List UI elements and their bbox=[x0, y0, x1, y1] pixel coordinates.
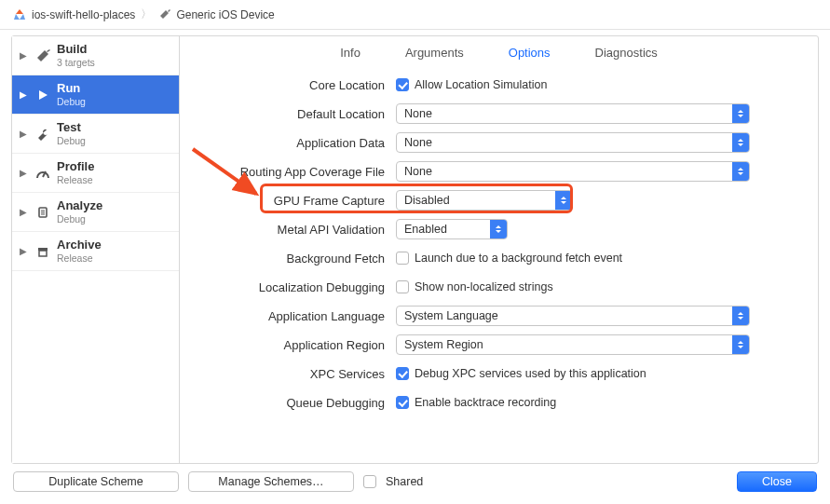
analyze-icon bbox=[34, 205, 51, 220]
chevron-right-icon: 〉 bbox=[141, 7, 152, 22]
sidebar-item-label: Archive bbox=[57, 238, 102, 252]
breadcrumb: ios-swift-hello-places 〉 Generic iOS Dev… bbox=[0, 0, 830, 30]
select-default-location[interactable]: None bbox=[396, 103, 750, 124]
options-panel: Info Arguments Options Diagnostics Core … bbox=[180, 36, 818, 463]
tab-options[interactable]: Options bbox=[509, 44, 551, 61]
sidebar-item-run[interactable]: ▶ Run Debug bbox=[12, 75, 179, 115]
sidebar-item-profile[interactable]: ▶ Profile Release bbox=[12, 154, 179, 193]
select-routing-file[interactable]: None bbox=[396, 161, 750, 182]
select-arrows-icon bbox=[555, 191, 572, 210]
svg-rect-2 bbox=[39, 251, 47, 256]
label-application-data: Application Data bbox=[200, 136, 396, 150]
select-application-data[interactable]: None bbox=[396, 132, 750, 153]
checkbox-label: Launch due to a background fetch event bbox=[415, 252, 622, 265]
label-core-location: Core Location bbox=[200, 78, 396, 92]
sidebar-item-sub: 3 targets bbox=[57, 57, 95, 68]
sidebar-item-test[interactable]: ▶ Test Debug bbox=[12, 115, 179, 154]
sidebar-item-sub: Release bbox=[57, 252, 102, 264]
play-icon bbox=[34, 88, 51, 102]
label-queue-debugging: Queue Debugging bbox=[200, 396, 396, 410]
select-value: System Language bbox=[404, 309, 498, 322]
sidebar-item-label: Profile bbox=[57, 160, 94, 174]
tab-diagnostics[interactable]: Diagnostics bbox=[595, 44, 658, 61]
wrench-icon bbox=[34, 127, 51, 142]
label-xpc-services: XPC Services bbox=[200, 367, 396, 381]
sidebar-item-sub: Release bbox=[57, 174, 94, 185]
breadcrumb-project[interactable]: ios-swift-hello-places bbox=[32, 8, 135, 21]
sidebar-item-build[interactable]: ▶ Build 3 targets bbox=[12, 36, 179, 75]
checkbox-localization-debugging[interactable] bbox=[396, 280, 409, 293]
hammer-icon bbox=[34, 48, 51, 63]
label-routing: Routing App Coverage File bbox=[200, 165, 396, 179]
tabs: Info Arguments Options Diagnostics bbox=[200, 44, 797, 61]
sidebar-item-label: Run bbox=[57, 82, 86, 96]
sidebar-item-analyze[interactable]: ▶ Analyze Debug bbox=[12, 193, 179, 232]
select-value: None bbox=[404, 107, 432, 120]
sidebar-item-label: Test bbox=[57, 121, 86, 135]
select-metal-validation[interactable]: Enabled bbox=[396, 219, 508, 239]
duplicate-scheme-button[interactable]: Duplicate Scheme bbox=[13, 471, 179, 492]
label-application-region: Application Region bbox=[200, 338, 396, 352]
sidebar-item-sub: Debug bbox=[57, 135, 86, 146]
select-value: None bbox=[404, 136, 432, 149]
checkbox-label: Shared bbox=[386, 475, 423, 488]
select-arrows-icon bbox=[732, 306, 749, 325]
checkbox-label: Debug XPC services used by this applicat… bbox=[415, 367, 646, 380]
sidebar-item-sub: Debug bbox=[57, 213, 102, 225]
select-arrows-icon bbox=[732, 162, 749, 181]
scheme-sidebar: ▶ Build 3 targets ▶ Run Debug ▶ Test Deb… bbox=[12, 36, 180, 463]
select-arrows-icon bbox=[490, 220, 507, 238]
manage-schemes-button[interactable]: Manage Schemes… bbox=[188, 471, 354, 492]
gauge-icon bbox=[34, 166, 51, 181]
dialog-footer: Duplicate Scheme Manage Schemes… Shared … bbox=[0, 464, 830, 499]
select-arrows-icon bbox=[732, 335, 749, 354]
sidebar-item-label: Build bbox=[57, 43, 95, 57]
tab-arguments[interactable]: Arguments bbox=[405, 44, 464, 61]
sidebar-item-archive[interactable]: ▶ Archive Release bbox=[12, 232, 179, 271]
sidebar-item-sub: Debug bbox=[57, 96, 86, 107]
sidebar-item-label: Analyze bbox=[57, 199, 102, 213]
label-background-fetch: Background Fetch bbox=[200, 252, 396, 266]
disclosure-triangle-icon[interactable]: ▶ bbox=[20, 50, 29, 61]
label-application-language: Application Language bbox=[200, 309, 396, 323]
close-button[interactable]: Close bbox=[737, 471, 817, 492]
select-gpu-frame-capture[interactable]: Disabled bbox=[396, 190, 573, 211]
select-value: Enabled bbox=[404, 223, 447, 236]
label-default-location: Default Location bbox=[200, 107, 396, 121]
select-value: System Region bbox=[404, 338, 483, 351]
disclosure-triangle-icon[interactable]: ▶ bbox=[20, 129, 29, 139]
disclosure-triangle-icon[interactable]: ▶ bbox=[20, 207, 29, 217]
checkbox-queue-debugging[interactable] bbox=[396, 396, 409, 409]
select-value: Disabled bbox=[404, 194, 450, 207]
disclosure-triangle-icon[interactable]: ▶ bbox=[20, 246, 29, 256]
checkbox-background-fetch[interactable] bbox=[396, 252, 409, 265]
label-metal-validation: Metal API Validation bbox=[200, 223, 396, 237]
archive-icon bbox=[34, 244, 51, 259]
breadcrumb-target[interactable]: Generic iOS Device bbox=[176, 8, 274, 21]
label-gpu-frame-capture: GPU Frame Capture bbox=[200, 194, 396, 208]
tab-info[interactable]: Info bbox=[340, 44, 361, 61]
app-icon bbox=[13, 8, 26, 21]
select-application-language[interactable]: System Language bbox=[396, 306, 750, 326]
select-value: None bbox=[404, 165, 432, 178]
select-arrows-icon bbox=[732, 133, 749, 152]
checkbox-label: Enable backtrace recording bbox=[415, 396, 556, 409]
select-application-region[interactable]: System Region bbox=[396, 334, 750, 355]
checkbox-label: Allow Location Simulation bbox=[415, 78, 547, 91]
checkbox-label: Show non-localized strings bbox=[415, 280, 553, 293]
checkbox-xpc-services[interactable] bbox=[396, 367, 409, 380]
hammer-icon bbox=[157, 8, 170, 21]
disclosure-triangle-icon[interactable]: ▶ bbox=[20, 89, 29, 100]
checkbox-allow-location[interactable] bbox=[396, 78, 409, 91]
checkbox-shared[interactable] bbox=[363, 475, 376, 488]
label-localization-debugging: Localization Debugging bbox=[200, 280, 396, 294]
disclosure-triangle-icon[interactable]: ▶ bbox=[20, 168, 29, 178]
select-arrows-icon bbox=[732, 104, 749, 123]
